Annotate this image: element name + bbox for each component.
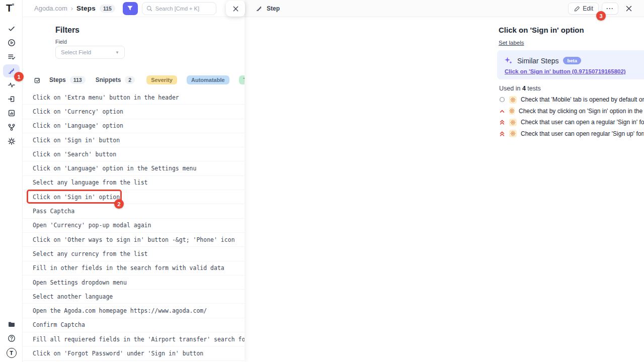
tag-pill-automatable[interactable]: Automatable <box>187 75 229 84</box>
step-row[interactable]: Select another language <box>23 290 245 304</box>
panel-title: Step <box>267 5 280 12</box>
priority-icon <box>499 131 505 137</box>
breadcrumb-separator: › <box>71 5 73 12</box>
priority-icon <box>499 97 505 103</box>
step-row[interactable]: Open Settings dropdown menu <box>23 276 245 290</box>
app-sidebar: T T <box>0 0 23 362</box>
collision-emoji-icon <box>509 119 517 126</box>
close-icon <box>625 5 632 12</box>
step-row-text: Open Settings dropdown menu <box>33 279 127 286</box>
field-select[interactable]: Select Field ▼ <box>55 46 125 59</box>
test-title: Check that user can open a regular 'Sign… <box>521 119 644 126</box>
step-row[interactable]: Click on 'Forgot Password' under 'Sign i… <box>23 346 245 360</box>
search-input[interactable] <box>155 6 211 12</box>
similar-steps-box: Similar Steps beta Click on 'Sign in' bu… <box>497 50 644 79</box>
step-row[interactable]: Pass Captcha <box>23 204 245 218</box>
priority-icon <box>499 108 505 114</box>
sidebar-item-settings[interactable] <box>3 135 20 148</box>
step-row[interactable]: Click on 'Language' option in the Settin… <box>23 161 245 175</box>
step-row[interactable]: Click on 'Other ways to sign in' button … <box>23 233 245 247</box>
step-row-text: Select any language from the list <box>33 179 147 186</box>
filters-title: Filters <box>55 26 79 35</box>
profile-avatar[interactable]: T <box>3 346 20 359</box>
sidebar-bottom-nav: T <box>3 318 20 359</box>
report-icon <box>8 109 16 117</box>
step-row-text: Fill in other fields in the search form … <box>33 264 224 272</box>
sidebar-item-imports[interactable] <box>3 93 20 106</box>
step-title: Click on 'Sign in' option <box>499 26 584 34</box>
tag-pill-type[interactable]: Type <box>239 75 245 84</box>
steps-list: Click on 'Extra menu' button in the head… <box>23 90 245 361</box>
collision-emoji-icon <box>509 130 517 137</box>
tag-pill-severity[interactable]: Severity <box>146 75 177 84</box>
sidebar-item-plans[interactable] <box>3 50 20 63</box>
step-row-text: Click on 'Extra menu' button in the head… <box>33 94 179 101</box>
login-icon <box>8 95 16 103</box>
sidebar-item-reports[interactable] <box>3 107 20 120</box>
step-row[interactable]: Click on 'Language' option <box>23 119 245 133</box>
step-row[interactable]: Open 'Currency' pop-up modal again <box>23 219 245 233</box>
edit-button[interactable]: Edit <box>568 3 599 15</box>
step-icon <box>256 5 263 12</box>
step-row[interactable]: Click on 'Sign in' option <box>23 190 245 204</box>
sidebar-item-projects[interactable] <box>3 318 20 331</box>
beta-badge: beta <box>563 57 581 64</box>
breadcrumb-section[interactable]: Steps <box>76 5 96 12</box>
step-row-text: Pass Captcha <box>33 208 74 215</box>
branch-icon <box>8 123 16 131</box>
step-row-text: Click on 'Other ways to sign in' button … <box>33 236 235 243</box>
avatar-letter: T <box>7 348 17 358</box>
pencil-icon <box>574 6 580 12</box>
search-box[interactable] <box>142 2 216 15</box>
close-step-detail-button[interactable] <box>625 5 632 12</box>
step-row[interactable]: Open the Agoda.com homepage https://www.… <box>23 304 245 318</box>
select-all-icon[interactable] <box>34 75 41 84</box>
close-icon <box>232 6 239 12</box>
step-row[interactable]: Fill in other fields in the search form … <box>23 261 245 276</box>
test-row[interactable]: Check that user can open a regular 'Sign… <box>499 117 644 128</box>
step-row[interactable]: Confirm Captcha <box>23 318 245 332</box>
step-row-text: Click on 'Language' option in the Settin… <box>33 165 196 172</box>
step-row[interactable]: Click on 'Extra menu' button in the head… <box>23 90 245 105</box>
tag-pills: Severity Automatable Type To <box>146 75 245 84</box>
filter-button[interactable] <box>123 2 138 15</box>
step-row[interactable]: Fill all requiered fields in the 'Airpor… <box>23 332 245 346</box>
test-row[interactable]: Check that user can open regular 'Sign u… <box>499 128 644 140</box>
step-row[interactable]: Select any currency from the list <box>23 247 245 261</box>
test-row[interactable]: Check that by clicking on 'Sign in' opti… <box>499 106 644 117</box>
step-row-text: Click on 'Search' button <box>33 151 116 158</box>
list-check-icon <box>8 53 16 61</box>
tab-snippets[interactable]: Snippets 2 <box>96 76 135 84</box>
step-row-text: Open the Agoda.com homepage https://www.… <box>33 307 207 314</box>
step-row-text: Click on 'Forgot Password' under 'Sign i… <box>33 350 203 357</box>
collision-emoji-icon <box>509 96 517 104</box>
annotation-badge-3: 3 <box>596 11 606 21</box>
used-in-count: 4 <box>522 85 526 92</box>
step-row[interactable]: Click on 'Currency' option <box>23 105 245 119</box>
sidebar-item-runs[interactable] <box>3 36 20 49</box>
sidebar-nav <box>3 22 20 148</box>
test-row[interactable]: Check that 'Mobile' tab is opened by def… <box>499 94 644 106</box>
sidebar-item-help[interactable] <box>3 332 20 345</box>
step-row-text: Click on 'Sign in' button <box>33 137 120 144</box>
set-labels-link[interactable]: Set labels <box>499 40 524 46</box>
app-logo: T <box>6 3 14 14</box>
similar-step-link[interactable]: Click on 'Sign in' button (0.97150719165… <box>505 68 626 74</box>
sidebar-item-tests[interactable] <box>3 22 20 35</box>
breadcrumb-project[interactable]: Agoda.com <box>34 5 67 12</box>
search-icon <box>146 6 152 12</box>
sidebar-item-branches[interactable] <box>3 121 20 134</box>
step-row-text: Confirm Captcha <box>33 321 85 328</box>
test-title: Check that by clicking on 'Sign in' opti… <box>519 108 644 115</box>
close-steps-panel-button[interactable] <box>226 1 245 17</box>
test-title: Check that 'Mobile' tab is opened by def… <box>521 96 644 103</box>
steps-panel-header: Agoda.com › Steps 115 <box>23 0 245 17</box>
step-row[interactable]: Click on 'Search' button <box>23 147 245 161</box>
field-label: Field <box>55 39 67 45</box>
step-row[interactable]: Click on 'Sign in' button <box>23 133 245 147</box>
step-row[interactable]: Select any language from the list <box>23 176 245 190</box>
tab-snippets-count: 2 <box>125 76 135 84</box>
step-row-text: Click on 'Sign in' option <box>33 194 120 201</box>
steps-total-badge: 115 <box>100 5 115 13</box>
tab-steps[interactable]: Steps 113 <box>49 76 86 84</box>
